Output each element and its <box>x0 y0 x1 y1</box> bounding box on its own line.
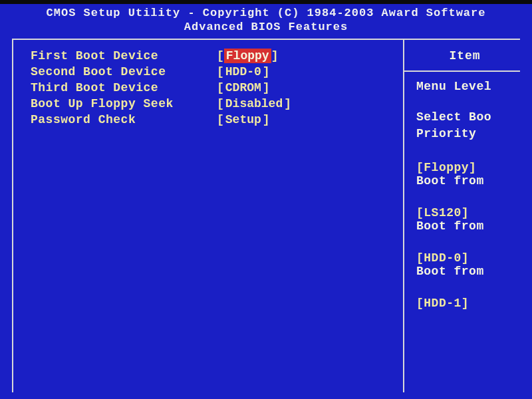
item-help-panel: Item Menu Level Select Boo Priority [Flo… <box>404 40 520 392</box>
setting-value: [Disabled] <box>217 97 291 110</box>
boot-option-hdd-0: [HDD-0] Boot from <box>416 251 513 278</box>
header-section-title: Advanced BIOS Features <box>0 21 532 33</box>
option-name: [LS120] <box>416 206 513 219</box>
setting-value: [HDD-0] <box>217 65 270 78</box>
setting-value: [CDROM] <box>217 81 270 94</box>
setting-boot-up-floppy-seek[interactable]: Boot Up Floppy Seek [Disabled] <box>31 97 396 110</box>
boot-option-ls120: [LS120] Boot from <box>416 206 513 233</box>
boot-option-floppy: [Floppy] Boot from <box>416 161 513 188</box>
setting-third-boot-device[interactable]: Third Boot Device [CDROM] <box>31 81 396 94</box>
menu-level-label: Menu Level <box>416 80 513 93</box>
option-name: [Floppy] <box>416 161 513 174</box>
bios-main-area: First Boot Device [Floppy] Second Boot D… <box>12 39 520 392</box>
setting-second-boot-device[interactable]: Second Boot Device [HDD-0] <box>31 65 396 78</box>
setting-label: Second Boot Device <box>31 65 217 78</box>
item-help-title: Item <box>416 49 513 63</box>
option-name: [HDD-0] <box>416 251 513 265</box>
setting-label: Third Boot Device <box>31 81 217 94</box>
help-text: Select Boo Priority <box>416 109 513 142</box>
setting-first-boot-device[interactable]: First Boot Device [Floppy] <box>31 49 396 63</box>
option-desc: Boot from <box>416 265 513 278</box>
boot-option-hdd-1: [HDD-1] <box>416 297 513 310</box>
header-copyright: CMOS Setup Utility - Copyright (C) 1984-… <box>0 7 532 19</box>
setting-password-check[interactable]: Password Check [Setup] <box>31 113 396 126</box>
setting-value: [Setup] <box>217 113 270 126</box>
setting-label: First Boot Device <box>31 49 217 63</box>
option-name: [HDD-1] <box>416 297 513 310</box>
bios-header: CMOS Setup Utility - Copyright (C) 1984-… <box>0 0 532 39</box>
setting-label: Boot Up Floppy Seek <box>31 97 217 110</box>
option-desc: Boot from <box>416 174 513 188</box>
setting-value: [Floppy] <box>217 49 278 63</box>
settings-panel: First Boot Device [Floppy] Second Boot D… <box>12 40 404 392</box>
setting-label: Password Check <box>31 113 217 126</box>
option-desc: Boot from <box>416 219 513 233</box>
panel-divider <box>404 70 520 72</box>
